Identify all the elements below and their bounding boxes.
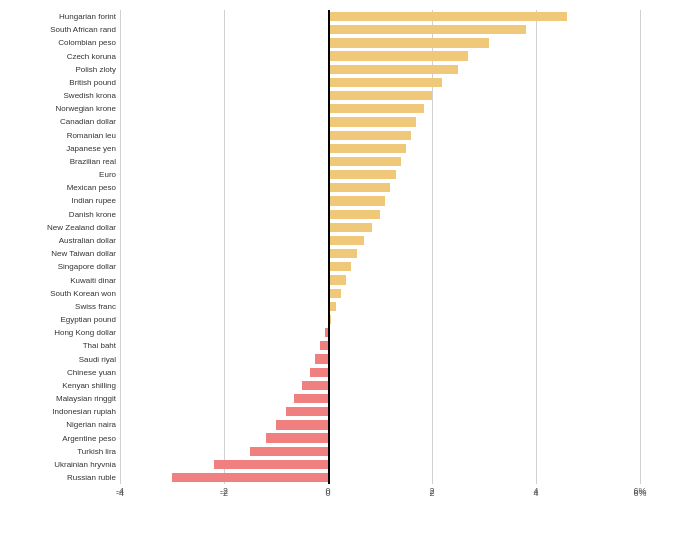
bar-label: Hong Kong dollar (10, 328, 120, 337)
zero-line (328, 234, 330, 247)
grid-line (640, 194, 641, 207)
bar-row: Russian ruble (10, 471, 640, 484)
bar-label: Russian ruble (10, 473, 120, 482)
positive-bar (328, 275, 346, 284)
grid-line (536, 471, 537, 484)
grid-line (640, 392, 641, 405)
bar-row: Chinese yuan (10, 366, 640, 379)
grid-line (432, 392, 433, 405)
grid-line (536, 445, 537, 458)
grid-line (224, 445, 225, 458)
bar-label: Chinese yuan (10, 368, 120, 377)
bar-row: Saudi riyal (10, 352, 640, 365)
grid-line (536, 168, 537, 181)
bar-row: Egyptian pound (10, 313, 640, 326)
bar-label: New Zealand dollar (10, 223, 120, 232)
bar-area (120, 273, 640, 286)
bar-row: Thai baht (10, 339, 640, 352)
zero-line (328, 50, 330, 63)
bar-row: British pound (10, 76, 640, 89)
grid-line (640, 76, 641, 89)
bar-row: Malaysian ringgit (10, 392, 640, 405)
positive-bar (328, 249, 357, 258)
x-axis-label: 2 (429, 488, 434, 498)
bar-area (120, 129, 640, 142)
grid-line (640, 208, 641, 221)
grid-line (536, 326, 537, 339)
grid-line (120, 432, 121, 445)
bar-label: Nigerian naira (10, 420, 120, 429)
zero-line (328, 142, 330, 155)
bar-area (120, 194, 640, 207)
x-axis-label: 4 (533, 488, 538, 498)
bar-label: South African rand (10, 25, 120, 34)
grid-line (640, 10, 641, 23)
grid-line (536, 50, 537, 63)
bar-area (120, 76, 640, 89)
grid-line (432, 168, 433, 181)
grid-line (640, 287, 641, 300)
grid-line (536, 392, 537, 405)
bar-row: Colombian peso (10, 36, 640, 49)
grid-line (640, 181, 641, 194)
zero-line (328, 405, 330, 418)
negative-bar (310, 368, 328, 377)
bar-row: Polish zloty (10, 63, 640, 76)
grid-line (432, 89, 433, 102)
x-axis-label: -4 (116, 488, 124, 498)
positive-bar (328, 25, 526, 34)
negative-bar (286, 407, 328, 416)
grid-line (224, 142, 225, 155)
grid-line (120, 418, 121, 431)
positive-bar (328, 104, 424, 113)
zero-line (328, 287, 330, 300)
grid-line (224, 115, 225, 128)
bar-row: Ukrainian hryvnia (10, 458, 640, 471)
bar-row: Nigerian naira (10, 418, 640, 431)
zero-line (328, 471, 330, 484)
grid-line (432, 155, 433, 168)
grid-line (432, 339, 433, 352)
grid-line (120, 63, 121, 76)
bar-area (120, 339, 640, 352)
bar-row: Kuwaiti dinar (10, 273, 640, 286)
grid-line (224, 102, 225, 115)
bar-area (120, 326, 640, 339)
zero-line (328, 155, 330, 168)
bar-label: Kenyan shilling (10, 381, 120, 390)
grid-line (432, 247, 433, 260)
grid-line (432, 260, 433, 273)
bar-area (120, 10, 640, 23)
grid-line (120, 458, 121, 471)
bar-label: Danish krone (10, 210, 120, 219)
bar-label: Hungarian forint (10, 12, 120, 21)
grid-line (224, 208, 225, 221)
bar-label: Australian dollar (10, 236, 120, 245)
grid-line (120, 287, 121, 300)
grid-line (536, 405, 537, 418)
bar-label: Norwegian krone (10, 104, 120, 113)
negative-bar (294, 394, 328, 403)
grid-line (432, 208, 433, 221)
zero-line (328, 63, 330, 76)
grid-line (432, 379, 433, 392)
zero-line (328, 300, 330, 313)
grid-line (120, 208, 121, 221)
grid-line (224, 300, 225, 313)
grid-line (640, 366, 641, 379)
grid-line (536, 208, 537, 221)
positive-bar (328, 196, 385, 205)
grid-line (120, 300, 121, 313)
grid-line (120, 115, 121, 128)
grid-line (432, 366, 433, 379)
grid-line (640, 234, 641, 247)
bar-area (120, 208, 640, 221)
zero-line (328, 10, 330, 23)
grid-line (432, 129, 433, 142)
bar-area (120, 445, 640, 458)
grid-line (120, 471, 121, 484)
positive-bar (328, 236, 364, 245)
grid-line (224, 432, 225, 445)
grid-line (120, 155, 121, 168)
grid-line (640, 300, 641, 313)
